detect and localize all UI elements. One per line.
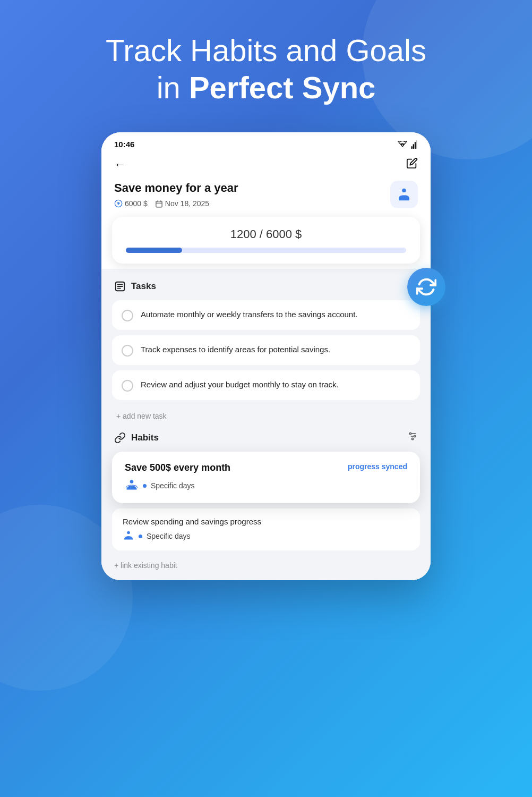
status-time: 10:46 [114, 140, 134, 149]
svg-rect-5 [156, 201, 162, 207]
habits-section-header: Habits [112, 431, 420, 452]
wifi-icon [398, 141, 407, 148]
svg-point-9 [402, 189, 406, 193]
phone-card: 10:46 [101, 132, 431, 580]
task-item-1: Automate monthly or weekly transfers to … [112, 300, 420, 330]
link-habit-button[interactable]: + link existing habit [112, 556, 420, 580]
task-text-1: Automate monthly or weekly transfers to … [141, 309, 358, 320]
task-item-2: Track expenses to identify areas for pot… [112, 335, 420, 365]
task-checkbox-2[interactable] [122, 345, 133, 357]
svg-point-25 [414, 436, 416, 437]
goal-title: Save money for a year [114, 181, 390, 195]
habits-section: Habits [101, 429, 431, 580]
tasks-icon [114, 281, 126, 292]
habit-2-icon [123, 530, 134, 542]
edit-button[interactable] [406, 157, 418, 172]
savings-icon [396, 186, 412, 202]
habit-2-frequency: Specific days [123, 530, 409, 542]
hero-title-line2: in [157, 70, 189, 105]
goal-header: Save money for a year 6000 $ [101, 181, 431, 217]
svg-rect-2 [415, 142, 416, 149]
task-checkbox-1[interactable] [122, 310, 133, 321]
progress-bar-track [126, 248, 406, 253]
goal-meta: 6000 $ Nov 18, 2025 [114, 199, 390, 208]
tasks-title-label: Tasks [131, 281, 156, 292]
goal-date-item: Nov 18, 2025 [155, 199, 209, 208]
hero-section: Track Habits and Goals in Perfect Sync [0, 0, 532, 122]
goal-savings-icon [395, 185, 413, 204]
svg-rect-0 [411, 146, 412, 149]
goal-info: Save money for a year 6000 $ [114, 181, 390, 208]
habits-section-title: Habits [114, 432, 159, 444]
progress-amount: 1200 / 6000 $ [126, 227, 406, 241]
habit-1-dot [143, 484, 147, 488]
habits-icon [114, 432, 126, 444]
phone-mockup-area: 10:46 [0, 132, 532, 580]
calendar-icon [155, 200, 163, 208]
add-task-button[interactable]: + add new task [112, 405, 420, 429]
edit-icon [406, 157, 418, 169]
sync-button[interactable] [407, 268, 445, 306]
sync-icon [416, 277, 436, 297]
goal-amount: 6000 $ [125, 199, 148, 208]
status-bar: 10:46 [101, 132, 431, 153]
habit-1-frequency: Specific days [125, 479, 407, 493]
habit-item-2: Review spending and savings progress Spe… [112, 508, 420, 550]
back-button[interactable]: ← [114, 158, 126, 172]
tasks-section-header: Tasks [112, 279, 420, 300]
goal-icon-badge [390, 181, 418, 208]
task-item-3: Review and adjust your budget monthly to… [112, 370, 420, 400]
status-icons [398, 140, 418, 149]
svg-point-24 [409, 433, 411, 435]
svg-rect-3 [416, 140, 417, 149]
task-text-2: Track expenses to identify areas for pot… [141, 344, 330, 355]
svg-point-26 [411, 438, 413, 440]
habits-filter-icon [407, 431, 418, 442]
habit-2-title: Review spending and savings progress [123, 517, 409, 526]
phone-inner: 10:46 [101, 132, 431, 580]
habit-1-icon [125, 479, 139, 493]
goal-date: Nov 18, 2025 [165, 199, 209, 208]
habit-2-dot [139, 535, 142, 538]
coin-icon [114, 199, 123, 208]
habits-filter-button[interactable] [407, 431, 418, 444]
tasks-section-title: Tasks [114, 281, 156, 292]
hero-title-line1: Track Habits and Goals [106, 33, 426, 67]
habit-1-frequency-label: Specific days [151, 481, 194, 490]
habit-card-1-top: Save 500$ every month progress synced [125, 462, 407, 473]
svg-rect-1 [413, 144, 414, 149]
progress-bar-fill [126, 248, 182, 253]
habit-card-1: Save 500$ every month progress synced [112, 452, 420, 503]
nav-bar: ← [101, 153, 431, 181]
habit-2-frequency-label: Specific days [147, 532, 190, 540]
hero-title-bold: Perfect Sync [189, 70, 375, 105]
signal-icon [410, 140, 418, 149]
goal-amount-item: 6000 $ [114, 199, 148, 208]
progress-synced-badge: progress synced [348, 462, 407, 471]
svg-point-27 [130, 480, 134, 484]
svg-point-28 [127, 531, 130, 535]
task-checkbox-3[interactable] [122, 380, 133, 392]
habit-1-title: Save 500$ every month [125, 462, 230, 473]
tasks-section: Tasks [101, 269, 431, 429]
progress-card: 1200 / 6000 $ [112, 217, 420, 264]
habits-title-label: Habits [131, 433, 159, 443]
task-text-3: Review and adjust your budget monthly to… [141, 379, 339, 390]
